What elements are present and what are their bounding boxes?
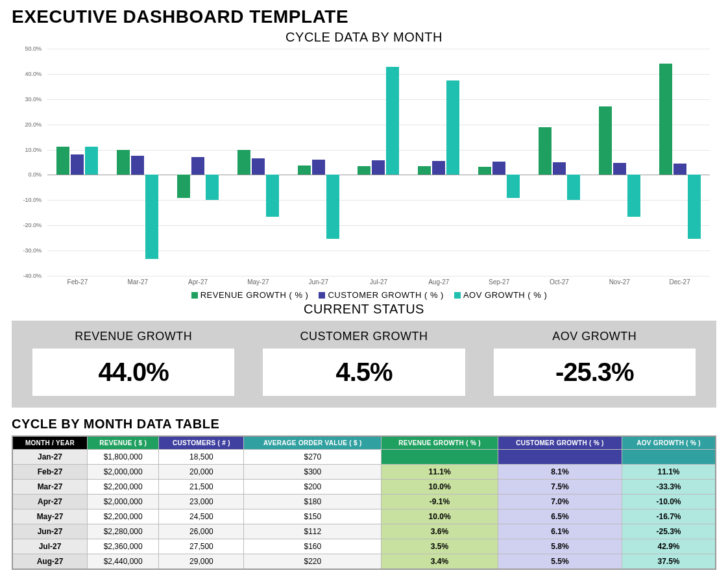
chart-bar <box>326 175 339 238</box>
x-axis-label: Oct-27 <box>529 278 590 286</box>
chart-bar <box>599 106 612 175</box>
chart-bar <box>539 127 552 175</box>
status-card-customer: CUSTOMER GROWTH 4.5% <box>249 330 479 396</box>
cycle-data-chart: -40.0%-30.0%-20.0%-10.0%0.0%10.0%20.0%30… <box>12 49 716 295</box>
table-row: Jul-27$2,360,00027,500$1603.5%5.8%42.9% <box>12 539 716 554</box>
chart-bar <box>71 154 84 175</box>
legend-label: AOV GROWTH ( % ) <box>463 290 547 300</box>
status-value: -25.3% <box>494 349 696 396</box>
x-axis-label: May-27 <box>228 278 288 286</box>
th-cust-growth: CUSTOMER GROWTH ( % ) <box>498 436 622 450</box>
status-label: AOV GROWTH <box>479 330 710 343</box>
chart-bar <box>372 160 385 175</box>
chart-title: CYCLE DATA BY MONTH <box>12 30 716 45</box>
data-table-title: CYCLE BY MONTH DATA TABLE <box>12 417 716 432</box>
x-axis-label: Nov-27 <box>589 278 649 286</box>
legend-label: CUSTOMER GROWTH ( % ) <box>328 290 444 300</box>
chart-bar <box>659 64 672 175</box>
chart-bar <box>145 175 158 259</box>
th-revenue: REVENUE ( $ ) <box>87 436 158 450</box>
status-label: CUSTOMER GROWTH <box>249 330 479 343</box>
chart-bar <box>56 147 69 175</box>
chart-bar <box>613 163 626 175</box>
chart-bar <box>85 147 98 175</box>
status-card-aov: AOV GROWTH -25.3% <box>479 330 710 396</box>
x-axis-label: Mar-27 <box>108 278 168 286</box>
th-aov: AVERAGE ORDER VALUE ( $ ) <box>244 436 382 450</box>
x-axis-label: Dec-27 <box>649 278 710 286</box>
chart-bar <box>688 175 701 238</box>
x-axis-label: Sep-27 <box>469 278 529 286</box>
chart-bar <box>627 175 640 217</box>
chart-bar <box>252 158 265 175</box>
status-title: CURRENT STATUS <box>12 302 716 317</box>
chart-bar <box>312 160 325 175</box>
status-panel: REVENUE GROWTH 44.0% CUSTOMER GROWTH 4.5… <box>12 321 716 408</box>
x-axis-label: Apr-27 <box>168 278 228 286</box>
status-value: 44.0% <box>32 349 234 396</box>
th-rev-growth: REVENUE GROWTH ( % ) <box>382 436 498 450</box>
th-customers: CUSTOMERS ( # ) <box>159 436 244 450</box>
chart-bar <box>492 162 505 175</box>
chart-bar <box>386 67 399 175</box>
page-title: EXECUTIVE DASHBOARD TEMPLATE <box>12 6 716 27</box>
table-row: Feb-27$2,000,00020,000$30011.1%8.1%11.1% <box>12 465 716 480</box>
chart-bar <box>266 175 279 217</box>
chart-bar <box>117 150 130 175</box>
chart-bar <box>567 175 580 200</box>
cycle-data-table: MONTH / YEAR REVENUE ( $ ) CUSTOMERS ( #… <box>12 435 716 570</box>
chart-bar <box>432 161 445 175</box>
chart-bar <box>478 167 491 175</box>
table-row: Mar-27$2,200,00021,500$20010.0%7.5%-33.3… <box>12 480 716 495</box>
table-row: Jan-27$1,800,00018,500$270 <box>12 450 716 465</box>
th-aov-growth: AOV GROWTH ( % ) <box>622 436 716 450</box>
chart-bar <box>507 175 520 197</box>
chart-bar <box>177 175 190 197</box>
table-row: Aug-27$2,440,00029,000$2203.4%5.5%37.5% <box>12 554 716 570</box>
x-axis-label: Aug-27 <box>409 278 469 286</box>
chart-bar <box>131 156 144 175</box>
table-row: May-27$2,200,00024,500$15010.0%6.5%-16.7… <box>12 509 716 524</box>
table-row: Apr-27$2,000,00023,000$180-9.1%7.0%-10.0… <box>12 495 716 509</box>
chart-bar <box>553 162 566 175</box>
chart-bar <box>191 157 204 175</box>
x-axis-label: Jun-27 <box>288 278 348 286</box>
chart-bar <box>446 80 459 175</box>
chart-bar <box>418 166 431 175</box>
chart-legend: REVENUE GROWTH ( % )CUSTOMER GROWTH ( % … <box>12 290 716 300</box>
table-row: Jun-27$2,280,00026,000$1123.6%6.1%-25.3% <box>12 524 716 539</box>
status-value: 4.5% <box>263 349 465 396</box>
x-axis-label: Jul-27 <box>348 278 409 286</box>
status-card-revenue: REVENUE GROWTH 44.0% <box>18 330 249 396</box>
legend-label: REVENUE GROWTH ( % ) <box>200 290 309 300</box>
chart-bar <box>358 166 370 175</box>
status-label: REVENUE GROWTH <box>18 330 249 343</box>
chart-bar <box>206 175 219 200</box>
x-axis-label: Feb-27 <box>47 278 108 286</box>
th-month: MONTH / YEAR <box>12 436 87 450</box>
chart-bar <box>673 164 686 175</box>
chart-bar <box>237 150 250 175</box>
chart-bar <box>298 165 311 175</box>
